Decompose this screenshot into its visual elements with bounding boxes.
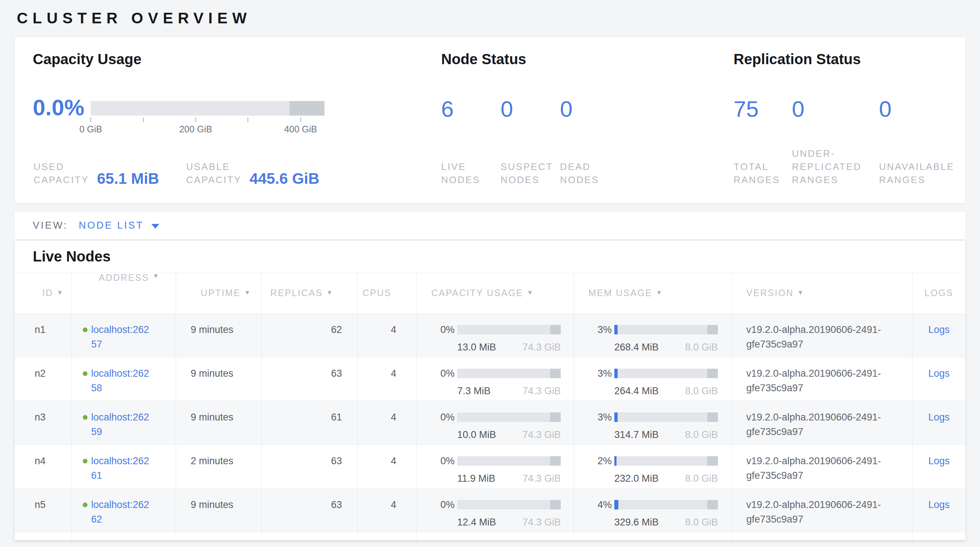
replicas-cell: 63: [262, 489, 358, 532]
live-nodes-card: Live Nodes ID▼ ADDRESS▼ UPTIME▼ REPLICAS…: [14, 241, 966, 540]
mem-usage-cell: 3% 264.4 MiB8.0 GiB: [574, 357, 732, 401]
capacity-usage-cell: 0% 13.0 MiB74.3 GiB: [417, 313, 574, 357]
node-address-cell: localhost:26262: [72, 489, 176, 532]
cluster-summary-card: Capacity Usage 0.0% 0 GiB 200 GiB 400 Gi…: [14, 37, 966, 203]
mem-used-value: 232.0 MiB: [614, 471, 659, 486]
column-header-address[interactable]: ADDRESS▼: [72, 272, 176, 313]
node-id-cell: n1: [14, 313, 72, 357]
node-id-cell: n4: [14, 445, 72, 488]
logs-link[interactable]: Logs: [928, 455, 950, 466]
logs-link[interactable]: Logs: [928, 324, 950, 335]
cpus-cell: [358, 533, 417, 540]
under-replicated-ranges-label: UNDER-REPLICATED RANGES: [792, 147, 879, 186]
column-header-mem-usage[interactable]: MEM USAGE▼: [574, 272, 732, 313]
column-header-logs: LOGS: [913, 272, 966, 313]
mem-usage-cell: 3% 268.4 MiB8.0 GiB: [574, 313, 732, 357]
capacity-percent: 0.0%: [33, 96, 84, 119]
mem-used-value: 268.4 MiB: [614, 340, 659, 355]
table-row: n2 localhost:26258 9 minutes 63 4 0% 7.3…: [14, 357, 966, 401]
replication-status-section: Replication Status 75 0 0 TOTAL RANGES U…: [733, 37, 980, 203]
capacity-percent-label: 0%: [431, 366, 455, 381]
node-live-dot-icon: [83, 371, 88, 376]
column-header-label: UPTIME: [201, 288, 240, 298]
replicas-cell: 61: [262, 401, 358, 445]
chevron-down-icon: [151, 224, 159, 229]
sort-desc-icon: ▼: [797, 289, 804, 296]
version-cell: v19.2.0-alpha.20190606-2491-gfe735c9a97: [732, 313, 913, 357]
axis-tick: [248, 118, 248, 122]
logs-link[interactable]: Logs: [928, 412, 950, 423]
node-id-cell: n5: [14, 489, 72, 532]
logs-link[interactable]: Logs: [928, 368, 950, 379]
mem-percent-label: 3%: [588, 366, 612, 381]
logs-cell: Logs: [913, 313, 966, 357]
total-ranges-count: 75: [733, 98, 792, 120]
sort-desc-icon: ▼: [656, 289, 663, 296]
node-address-cell: localhost:26259: [72, 401, 176, 445]
cpus-cell: 4: [358, 401, 417, 445]
node-id-cell: n3: [14, 401, 72, 445]
column-header-label: REPLICAS: [270, 288, 323, 298]
version-cell: v19.2.0-alpha.20190606-2491-gfe735c9a97: [732, 445, 913, 488]
node-address-cell: localhost:26261: [72, 445, 176, 488]
node-address-link[interactable]: localhost:26257: [91, 322, 150, 351]
capacity-total-value: 74.3 GiB: [522, 515, 561, 530]
used-capacity-value: 65.1 MiB: [97, 171, 159, 186]
column-header-version[interactable]: VERSION▼: [732, 272, 913, 313]
uptime-cell: 9 minutes: [176, 313, 262, 357]
suspect-nodes-count: 0: [501, 98, 560, 120]
capacity-usage-cell: 0% 11.9 MiB74.3 GiB: [417, 445, 574, 488]
mem-usage-cell: 3% 314.7 MiB8.0 GiB: [574, 401, 732, 445]
axis-label: 400 GiB: [284, 124, 317, 135]
logs-link[interactable]: Logs: [928, 499, 950, 510]
version-cell: v19.2.0-alpha.20190606-2491-gfe735c9a97: [732, 489, 913, 532]
cpus-cell: 4: [358, 445, 417, 488]
mem-meter: [614, 369, 718, 378]
version-text: v19.2.0-alpha.20190606-2491-gfe735c9a97: [746, 454, 891, 483]
suspect-nodes-label: SUSPECT NODES: [501, 160, 560, 186]
mem-usage-cell: 2% 232.0 MiB8.0 GiB: [574, 445, 732, 488]
mem-used-value: 264.4 MiB: [614, 384, 659, 398]
column-header-uptime[interactable]: UPTIME▼: [176, 272, 262, 313]
replicas-cell: [262, 533, 358, 540]
mem-total-value: 8.0 GiB: [685, 384, 718, 398]
node-id-cell: [14, 533, 72, 540]
capacity-axis-labels: 0 GiB 200 GiB 400 GiB: [91, 124, 325, 135]
mem-percent-label: 4%: [588, 498, 612, 512]
node-address-link[interactable]: localhost:26259: [91, 410, 150, 439]
node-list-dropdown[interactable]: NODE LIST: [79, 220, 159, 231]
logs-cell: [913, 533, 966, 540]
capacity-used-value: 11.9 MiB: [457, 471, 495, 486]
version-text: v19.2.0-alpha.20190606-2491-gfe735c9a97: [746, 498, 891, 526]
unavailable-ranges-count: 0: [879, 98, 972, 120]
logs-cell: Logs: [913, 445, 966, 488]
logs-cell: Logs: [913, 401, 966, 445]
capacity-axis-ticks: [91, 117, 325, 122]
replicas-cell: 63: [262, 445, 358, 488]
capacity-percent-label: 0%: [431, 410, 455, 425]
replicas-cell: 63: [262, 357, 358, 401]
node-address-link[interactable]: localhost:26262: [91, 498, 150, 526]
column-header-replicas[interactable]: REPLICAS▼: [262, 272, 358, 313]
node-address-link[interactable]: localhost:26261: [91, 454, 150, 483]
capacity-meter: [457, 456, 561, 466]
table-header-row: ID▼ ADDRESS▼ UPTIME▼ REPLICAS▼ CPUS CAPA…: [14, 272, 966, 313]
column-header-id[interactable]: ID▼: [14, 272, 72, 313]
logs-cell: Logs: [913, 489, 966, 532]
cpus-cell: 4: [358, 357, 417, 401]
dead-nodes-count: 0: [560, 98, 619, 120]
page-title: CLUSTER OVERVIEW: [0, 0, 980, 27]
sort-desc-icon: ▼: [153, 272, 160, 280]
column-header-label: ID: [42, 288, 53, 298]
capacity-usage-cell: 0% 7.3 MiB74.3 GiB: [417, 357, 574, 401]
table-row: n1 localhost:26257 9 minutes 62 4 0% 13.…: [14, 313, 966, 357]
node-address-link[interactable]: localhost:26258: [91, 366, 150, 395]
mem-meter-fill: [614, 456, 617, 466]
capacity-usage-cell: 0% 12.4 MiB74.3 GiB: [417, 489, 574, 532]
mem-total-value: 8.0 GiB: [685, 471, 718, 486]
column-header-capacity-usage[interactable]: CAPACITY USAGE▼: [417, 272, 574, 313]
capacity-total-value: 74.3 GiB: [522, 340, 561, 355]
mem-meter: [614, 325, 718, 334]
capacity-total-value: 74.3 GiB: [522, 384, 561, 398]
replication-status-heading: Replication Status: [733, 51, 861, 67]
